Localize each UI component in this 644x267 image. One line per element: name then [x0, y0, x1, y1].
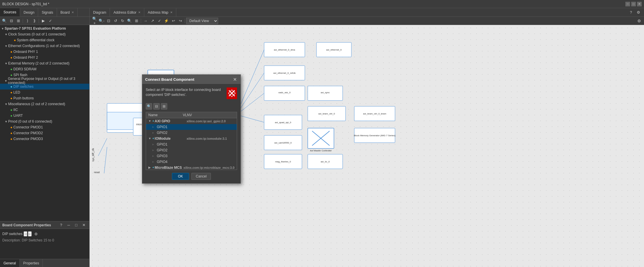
- diagram-tool-7[interactable]: ✓: [156, 18, 163, 24]
- diagram-tool-6[interactable]: ↗: [149, 18, 156, 24]
- diagram-settings-top-button[interactable]: ⚙: [635, 9, 642, 16]
- spiflash-label: SPI flash: [13, 73, 27, 77]
- cancel-button[interactable]: Cancel: [191, 173, 211, 180]
- tab-design[interactable]: Design: [20, 8, 38, 17]
- tree-group-gpio[interactable]: ▼ General Purpose Input or Output (0 out…: [0, 78, 89, 84]
- diagram-tool-10[interactable]: ↪: [177, 18, 184, 24]
- zoom-out-button[interactable]: 🔍-: [98, 18, 105, 24]
- table-row-gpio2-axi[interactable]: ▹ GPIO2: [146, 130, 237, 136]
- tree-item-ddr3[interactable]: ◆ DDR3 SDRAM: [0, 66, 89, 72]
- tab-properties[interactable]: Properties: [20, 259, 43, 267]
- tree-item-pmod2[interactable]: ◆ Connector PMOD2: [0, 130, 89, 136]
- tree-root[interactable]: ▼ Spartan-7 SP701 Evaluation Platform: [0, 26, 89, 31]
- zoom-in-button[interactable]: 🔍+: [91, 18, 98, 24]
- extmem-toggle-icon[interactable]: ▼: [5, 62, 8, 65]
- io-gpio2-sub-icon: ▹: [152, 148, 154, 152]
- ok-button[interactable]: OK: [172, 173, 189, 180]
- diagram-tool-4[interactable]: ⊞: [133, 18, 140, 24]
- tab-diagram[interactable]: Diagram: [90, 8, 110, 17]
- misc-toggle-icon[interactable]: ▼: [5, 103, 8, 106]
- tree-group-clock[interactable]: ▼ Clock Sources (0 out of 1 connected): [0, 31, 89, 37]
- tree-item-sysdiffclk[interactable]: ◆ System differential clock: [0, 37, 89, 43]
- tab-board-close-icon[interactable]: ✕: [72, 11, 74, 14]
- auto-connect-button[interactable]: ⟩: [24, 18, 31, 24]
- diagram-tool-5[interactable]: →: [142, 18, 149, 24]
- tree-item-phy1[interactable]: ◆ Onboard PHY 1: [0, 49, 89, 55]
- axi-gpio-toggle-icon[interactable]: ▼: [148, 119, 152, 123]
- tab-address-editor[interactable]: Address Editor ✕: [110, 8, 144, 17]
- iomodule-toggle-icon[interactable]: ▼: [148, 137, 152, 140]
- prop-controls: ? ─ □ ✕: [58, 222, 87, 228]
- close-button[interactable]: ✕: [637, 2, 642, 6]
- tree-item-led[interactable]: ◆ LED: [0, 89, 89, 95]
- dialog-table-scroll: ▼ + AXI GPIO xilinx.com:ip:axi_gpio:2.0 …: [146, 118, 237, 170]
- validate-button[interactable]: ✓: [47, 18, 54, 24]
- led-label: LED: [13, 90, 20, 94]
- clock-toggle-icon[interactable]: ▼: [5, 33, 8, 36]
- prop-next-button[interactable]: ▶: [28, 231, 32, 236]
- prop-maximize-button[interactable]: □: [73, 222, 79, 228]
- pmod-toggle-icon[interactable]: ▼: [5, 120, 8, 123]
- diagram-tool-3[interactable]: 🔍: [126, 18, 133, 24]
- dialog-title-bar[interactable]: Connect Board Component ✕: [142, 75, 241, 84]
- minimize-button[interactable]: ─: [625, 2, 630, 6]
- table-row-io-gpio1[interactable]: ▹ GPIO1: [146, 141, 237, 147]
- diagram-tool-8[interactable]: ⚡: [163, 18, 170, 24]
- tab-signals[interactable]: Signals: [38, 8, 57, 17]
- prop-question-button[interactable]: ?: [58, 222, 64, 228]
- auto-connect-all-button[interactable]: ⟫: [31, 18, 38, 24]
- tab-sources[interactable]: Sources: [0, 8, 20, 17]
- tree-item-phy2[interactable]: ◆ Onboard PHY 2: [0, 55, 89, 60]
- tree-item-uart[interactable]: ◆ UART: [0, 113, 89, 119]
- tree-group-pmod[interactable]: ▼ Pmod (0 out of 6 connected): [0, 119, 89, 124]
- table-row-io-gpio4[interactable]: ▹ GPIO4: [146, 159, 237, 165]
- io-gpio2-name: GPIO2: [154, 148, 188, 152]
- tree-item-iic[interactable]: ◆ IIC: [0, 107, 89, 113]
- diagram-question-button[interactable]: ?: [628, 9, 634, 16]
- fit-view-button[interactable]: ⊡: [105, 18, 112, 24]
- table-row-microblaze-mcs[interactable]: ▶ + MicroBlaze MCS xilinx.com:ip:microbl…: [146, 165, 237, 170]
- dialog-search-button[interactable]: 🔍: [146, 103, 152, 110]
- tab-general[interactable]: General: [0, 259, 20, 267]
- tree-item-pmod1[interactable]: ◆ Connector PMOD1: [0, 124, 89, 130]
- diagram-tool-9[interactable]: ↩: [170, 18, 177, 24]
- search-button[interactable]: 🔍: [1, 18, 8, 24]
- table-row-io-gpio3[interactable]: ▹ GPIO3: [146, 153, 237, 159]
- dialog-close-button[interactable]: ✕: [232, 76, 238, 82]
- maximize-button[interactable]: □: [631, 2, 636, 6]
- tree-item-pushbtn[interactable]: ◆ Push buttons: [0, 95, 89, 101]
- prop-minimize-button[interactable]: ─: [65, 222, 72, 228]
- table-row-axi-gpio[interactable]: ▼ + AXI GPIO xilinx.com:ip:axi_gpio:2.0: [146, 118, 237, 124]
- prop-close-button[interactable]: ✕: [81, 222, 87, 228]
- run-button[interactable]: ▶: [40, 18, 47, 24]
- table-row-gpio1[interactable]: ▹ GPIO1: [146, 124, 237, 130]
- tree-item-pmod3[interactable]: ◆ Connector PMOD3: [0, 136, 89, 142]
- root-toggle-icon[interactable]: ▼: [1, 27, 5, 30]
- dialog-expand-button[interactable]: ⊞: [161, 103, 167, 110]
- diagram-tool-2[interactable]: ↻: [119, 18, 126, 24]
- collapse-all-button[interactable]: ⊟: [8, 18, 15, 24]
- gpio-toggle-icon[interactable]: ▼: [4, 79, 8, 83]
- expand-all-button[interactable]: ⊞: [15, 18, 22, 24]
- prop-prev-button[interactable]: ◀: [24, 231, 27, 236]
- diagram-tool-1[interactable]: ↺: [112, 18, 119, 24]
- prop-settings-button[interactable]: ⚙: [33, 231, 39, 237]
- view-select[interactable]: Default View Interface View Physical Vie…: [186, 18, 218, 24]
- table-row-io-gpio2[interactable]: ▹ GPIO2: [146, 147, 237, 153]
- diagram-canvas[interactable]: Processor System Reset microblaze_0_axi_…: [90, 25, 644, 267]
- dipsw-label[interactable]: DIP switches: [13, 85, 33, 89]
- table-row-iomodule[interactable]: ▼ + IOModule xilinx.com:ip:iomodule:3.1: [146, 136, 237, 141]
- tree-group-misc[interactable]: ▼ Miscellaneous (2 out of 2 connected): [0, 101, 89, 107]
- address-editor-close-icon[interactable]: ✕: [138, 11, 140, 14]
- mcs-toggle-icon[interactable]: ▶: [148, 166, 152, 169]
- dialog-collapse-button[interactable]: ⊟: [153, 103, 160, 110]
- tab-address-map[interactable]: Address Map ✕: [144, 8, 176, 17]
- diagram-settings-button[interactable]: ⚙: [636, 18, 642, 24]
- tab-board[interactable]: Board ✕: [57, 8, 78, 17]
- address-map-close-icon[interactable]: ✕: [170, 11, 172, 14]
- diagram-toolbar: 🔍+ 🔍- ⊡ ↺ ↻ 🔍 ⊞ → ↗ ✓ ⚡ ↩ ↪ Default View…: [90, 17, 644, 25]
- tree-group-ethernet[interactable]: ▼ Ethernet Configurations (1 out of 2 co…: [0, 43, 89, 49]
- tree-group-extmem[interactable]: ▼ External Memory (2 out of 2 connected): [0, 60, 89, 66]
- ethernet-toggle-icon[interactable]: ▼: [5, 44, 8, 48]
- mcs-name: MicroBlaze MCS: [155, 166, 184, 170]
